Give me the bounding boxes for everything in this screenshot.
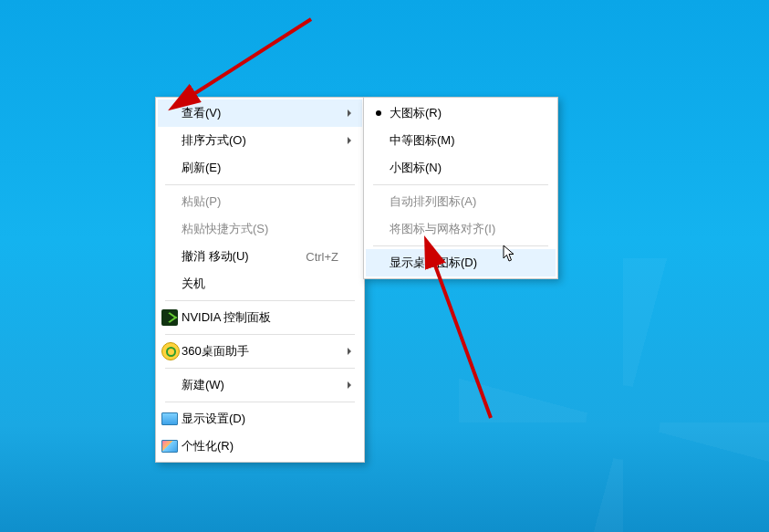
nvidia-icon xyxy=(161,309,178,326)
view-submenu-item-7[interactable]: 显示桌面图标(D) xyxy=(366,249,556,276)
menu-item-label: 关机 xyxy=(182,276,338,292)
menu-item-label: 将图标与网格对齐(I) xyxy=(390,221,532,237)
view-submenu-item-0[interactable]: 大图标(R) xyxy=(366,99,556,127)
view-submenu-item-1[interactable]: 中等图标(M) xyxy=(366,127,556,154)
menu-item-label: 粘贴(P) xyxy=(182,193,338,210)
context-menu-separator xyxy=(165,368,355,369)
menu-item-label: 自动排列图标(A) xyxy=(390,193,532,210)
menu-item-label: 排序方式(O) xyxy=(182,132,338,149)
menu-item-label: 刷新(E) xyxy=(182,160,338,176)
context-menu-separator xyxy=(165,184,355,185)
view-submenu-separator xyxy=(373,245,548,246)
menu-item-label: 显示桌面图标(D) xyxy=(390,255,532,271)
menu-item-label: 粘贴快捷方式(S) xyxy=(182,221,338,237)
personalization-icon xyxy=(161,440,178,453)
menu-item-label: NVIDIA 控制面板 xyxy=(182,309,338,326)
context-menu-item-15[interactable]: 显示设置(D) xyxy=(158,405,362,433)
context-menu-item-9[interactable]: NVIDIA 控制面板 xyxy=(158,304,362,331)
menu-item-label: 撤消 移动(U) xyxy=(182,248,287,265)
menu-item-label: 新建(W) xyxy=(182,377,338,393)
view-submenu: 大图标(R)中等图标(M)小图标(N)自动排列图标(A)将图标与网格对齐(I)显… xyxy=(363,97,558,279)
menu-item-label: 显示设置(D) xyxy=(182,411,338,427)
context-menu-separator xyxy=(165,334,355,335)
context-menu-separator xyxy=(165,300,355,301)
view-submenu-item-5: 将图标与网格对齐(I) xyxy=(366,215,556,243)
context-menu-item-13[interactable]: 新建(W) xyxy=(158,371,362,399)
context-menu-item-7[interactable]: 关机 xyxy=(158,270,362,297)
menu-item-label: 个性化(R) xyxy=(182,438,338,454)
context-menu-separator xyxy=(165,402,355,402)
context-menu-item-4: 粘贴(P) xyxy=(158,188,362,215)
context-menu-item-1[interactable]: 排序方式(O) xyxy=(158,127,362,154)
display-settings-icon xyxy=(161,412,178,425)
view-submenu-separator xyxy=(373,184,548,185)
context-menu-item-16[interactable]: 个性化(R) xyxy=(158,433,362,460)
light-streak-decoration xyxy=(459,258,769,532)
qihoo-icon xyxy=(161,342,180,360)
menu-item-label: 360桌面助手 xyxy=(182,343,338,360)
context-menu-item-11[interactable]: 360桌面助手 xyxy=(158,338,362,365)
menu-item-label: 大图标(R) xyxy=(390,105,532,121)
context-menu-item-0[interactable]: 查看(V) xyxy=(158,99,362,127)
context-menu-item-5: 粘贴快捷方式(S) xyxy=(158,215,362,243)
menu-item-label: 中等图标(M) xyxy=(390,132,532,149)
menu-item-label: 小图标(N) xyxy=(390,160,532,176)
desktop-context-menu: 查看(V)排序方式(O)刷新(E)粘贴(P)粘贴快捷方式(S)撤消 移动(U)C… xyxy=(155,97,365,463)
context-menu-item-2[interactable]: 刷新(E) xyxy=(158,154,362,182)
view-submenu-item-4: 自动排列图标(A) xyxy=(366,188,556,215)
menu-item-accelerator: Ctrl+Z xyxy=(287,250,338,264)
menu-item-label: 查看(V) xyxy=(182,105,338,121)
context-menu-item-6[interactable]: 撤消 移动(U)Ctrl+Z xyxy=(158,243,362,270)
view-submenu-item-2[interactable]: 小图标(N) xyxy=(366,154,556,182)
